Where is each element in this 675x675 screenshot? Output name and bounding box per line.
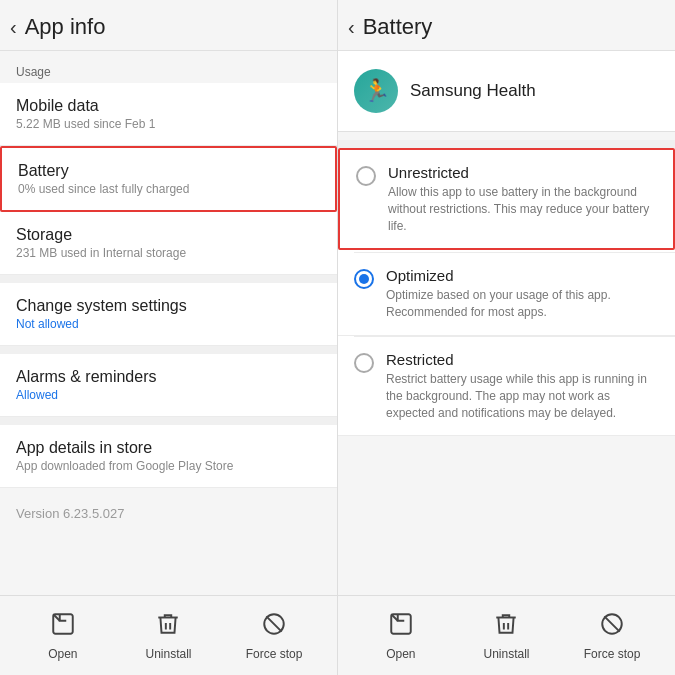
restricted-radio[interactable] [354, 353, 374, 373]
mobile-data-title: Mobile data [16, 97, 321, 115]
app-details-subtitle: App downloaded from Google Play Store [16, 459, 321, 473]
unrestricted-radio[interactable] [356, 166, 376, 186]
optimized-desc: Optimize based on your usage of this app… [386, 287, 659, 321]
unrestricted-option[interactable]: Unrestricted Allow this app to use batte… [338, 148, 675, 250]
left-content: Usage Mobile data 5.22 MB used since Feb… [0, 51, 337, 595]
right-force-stop-label: Force stop [584, 647, 641, 661]
battery-subtitle: 0% used since last fully charged [18, 182, 319, 196]
change-system-title: Change system settings [16, 297, 321, 315]
battery-title: Battery [18, 162, 319, 180]
optimized-radio-dot [359, 274, 369, 284]
app-icon-glyph: 🏃 [363, 78, 390, 104]
storage-title: Storage [16, 226, 321, 244]
mobile-data-item[interactable]: Mobile data 5.22 MB used since Feb 1 [0, 83, 337, 146]
left-uninstall-button[interactable]: Uninstall [133, 611, 203, 661]
right-open-label: Open [386, 647, 415, 661]
force-stop-icon [261, 611, 287, 643]
alarms-title: Alarms & reminders [16, 368, 321, 386]
left-uninstall-label: Uninstall [145, 647, 191, 661]
right-uninstall-icon [493, 611, 519, 643]
right-panel: ‹ Battery 🏃 Samsung Health Unrestricted … [338, 0, 675, 675]
restricted-text: Restricted Restrict battery usage while … [386, 351, 659, 421]
right-open-button[interactable]: Open [366, 611, 436, 661]
change-system-status: Not allowed [16, 317, 321, 331]
optimized-option[interactable]: Optimized Optimize based on your usage o… [338, 253, 675, 336]
optimized-title: Optimized [386, 267, 659, 284]
unrestricted-text: Unrestricted Allow this app to use batte… [388, 164, 657, 234]
battery-item[interactable]: Battery 0% used since last fully charged [0, 146, 337, 212]
right-uninstall-button[interactable]: Uninstall [471, 611, 541, 661]
app-details-title: App details in store [16, 439, 321, 457]
left-panel: ‹ App info Usage Mobile data 5.22 MB use… [0, 0, 338, 675]
alarms-status: Allowed [16, 388, 321, 402]
right-bottom-bar: Open Uninstall Force stop [338, 595, 675, 675]
open-icon [50, 611, 76, 643]
left-force-stop-button[interactable]: Force stop [239, 611, 309, 661]
right-panel-title: Battery [363, 14, 433, 40]
usage-section-label: Usage [0, 51, 337, 83]
left-open-label: Open [48, 647, 77, 661]
left-header: ‹ App info [0, 0, 337, 51]
svg-line-3 [266, 616, 281, 631]
right-header: ‹ Battery [338, 0, 675, 51]
restricted-desc: Restrict battery usage while this app is… [386, 371, 659, 421]
left-open-button[interactable]: Open [28, 611, 98, 661]
optimized-text: Optimized Optimize based on your usage o… [386, 267, 659, 321]
restricted-option[interactable]: Restricted Restrict battery usage while … [338, 337, 675, 436]
uninstall-icon [155, 611, 181, 643]
left-panel-title: App info [25, 14, 106, 40]
left-back-button[interactable]: ‹ [10, 16, 17, 39]
mobile-data-subtitle: 5.22 MB used since Feb 1 [16, 117, 321, 131]
optimized-radio[interactable] [354, 269, 374, 289]
app-info-section: 🏃 Samsung Health [338, 51, 675, 132]
alarms-item[interactable]: Alarms & reminders Allowed [0, 354, 337, 417]
storage-subtitle: 231 MB used in Internal storage [16, 246, 321, 260]
storage-item[interactable]: Storage 231 MB used in Internal storage [0, 212, 337, 275]
right-force-stop-button[interactable]: Force stop [577, 611, 647, 661]
restricted-title: Restricted [386, 351, 659, 368]
unrestricted-title: Unrestricted [388, 164, 657, 181]
change-system-item[interactable]: Change system settings Not allowed [0, 283, 337, 346]
right-uninstall-label: Uninstall [483, 647, 529, 661]
left-force-stop-label: Force stop [246, 647, 303, 661]
right-force-stop-icon [599, 611, 625, 643]
version-text: Version 6.23.5.027 [0, 488, 337, 539]
app-icon: 🏃 [354, 69, 398, 113]
battery-options-group: Unrestricted Allow this app to use batte… [338, 148, 675, 436]
right-open-icon [388, 611, 414, 643]
right-content: 🏃 Samsung Health Unrestricted Allow this… [338, 51, 675, 595]
app-details-item[interactable]: App details in store App downloaded from… [0, 425, 337, 488]
svg-line-7 [604, 616, 619, 631]
left-bottom-bar: Open Uninstall Force stop [0, 595, 337, 675]
right-back-button[interactable]: ‹ [348, 16, 355, 39]
app-name: Samsung Health [410, 81, 536, 101]
unrestricted-desc: Allow this app to use battery in the bac… [388, 184, 657, 234]
